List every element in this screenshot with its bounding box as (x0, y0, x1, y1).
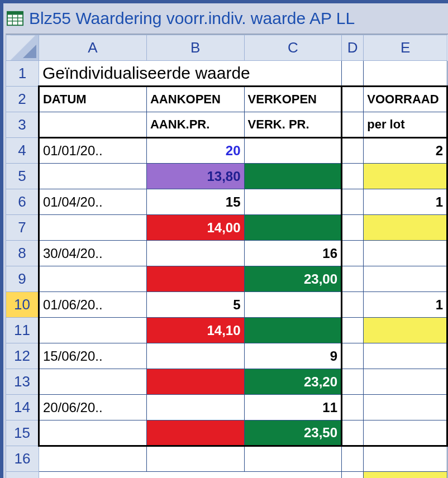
cell-d14[interactable] (342, 395, 364, 420)
row-header[interactable]: 16 (6, 446, 39, 472)
cell-e14[interactable] (364, 395, 447, 420)
cell-e12[interactable] (364, 343, 447, 369)
cell-a14[interactable]: 20/06/20.. (39, 395, 146, 420)
cell-b3[interactable]: AANK.PR. (146, 112, 244, 138)
cell-b14[interactable] (146, 395, 244, 420)
cell-a6[interactable]: 01/04/20.. (39, 189, 146, 215)
cell-b7[interactable]: 14,00 (146, 215, 244, 241)
cell-d16[interactable] (342, 446, 364, 472)
cell-e10[interactable]: 1 (364, 292, 447, 318)
cell-e16[interactable] (364, 446, 447, 472)
cell-c4[interactable] (244, 138, 342, 164)
cell-d11[interactable] (342, 318, 364, 343)
cell-b4[interactable]: 20 (146, 138, 244, 164)
cell-d2[interactable] (342, 87, 364, 112)
cell-e5[interactable] (364, 164, 447, 189)
row-header[interactable]: 7 (6, 215, 39, 241)
cell-a10[interactable]: 01/06/20.. (39, 292, 146, 318)
cell-d5[interactable] (342, 164, 364, 189)
cell-a9[interactable] (39, 266, 146, 292)
cell-b13[interactable] (146, 369, 244, 395)
cell-c5[interactable] (244, 164, 342, 189)
row-header[interactable]: 10 (6, 292, 39, 318)
cell-b5[interactable]: 13,80 (146, 164, 244, 189)
row-header[interactable]: 11 (6, 318, 39, 343)
cell-d12[interactable] (342, 343, 364, 369)
row-header[interactable]: 3 (6, 112, 39, 138)
cell-d4[interactable] (342, 138, 364, 164)
cell-c10[interactable] (244, 292, 342, 318)
cell-c13[interactable]: 23,20 (244, 369, 342, 395)
cell-b11[interactable]: 14,10 (146, 318, 244, 343)
cell-c8[interactable]: 16 (244, 241, 342, 266)
col-header-c[interactable]: C (244, 35, 342, 61)
col-header-b[interactable]: B (146, 35, 244, 61)
cell-a8[interactable]: 30/04/20.. (39, 241, 146, 266)
cell-a12[interactable]: 15/06/20.. (39, 343, 146, 369)
cell-e8[interactable] (364, 241, 447, 266)
cell-a15[interactable] (39, 420, 146, 446)
cell-e4[interactable]: 2 (364, 138, 447, 164)
row-header[interactable]: 1 (6, 61, 39, 87)
cell-c12[interactable]: 9 (244, 343, 342, 369)
cell-d7[interactable] (342, 215, 364, 241)
col-header-e[interactable]: E (364, 35, 447, 61)
cell-e13[interactable] (364, 369, 447, 395)
cell-e11[interactable] (364, 318, 447, 343)
row-header[interactable]: 6 (6, 189, 39, 215)
cell-e7[interactable] (364, 215, 447, 241)
cell-b16[interactable] (146, 446, 244, 472)
cell-a4[interactable]: 01/01/20.. (39, 138, 146, 164)
window-titlebar[interactable]: Blz55 Waardering voorr.indiv. waarde AP … (3, 3, 448, 34)
cell-a3[interactable] (39, 112, 146, 138)
cell-b6[interactable]: 15 (146, 189, 244, 215)
cell-e15[interactable] (364, 420, 447, 446)
cell-d10[interactable] (342, 292, 364, 318)
cell-a17[interactable]: Eindvoorraad en resultaat (39, 472, 341, 479)
cell-c3[interactable]: VERK. PR. (244, 112, 342, 138)
cell-a13[interactable] (39, 369, 146, 395)
row-header[interactable]: 17 (6, 472, 39, 479)
row-header[interactable]: 12 (6, 343, 39, 369)
cell-e2[interactable]: VOORRAAD (364, 87, 447, 112)
cell-d9[interactable] (342, 266, 364, 292)
cell-c9[interactable]: 23,00 (244, 266, 342, 292)
col-header-d[interactable]: D (342, 35, 364, 61)
row-header[interactable]: 15 (6, 420, 39, 446)
cell-d15[interactable] (342, 420, 364, 446)
cell-d1[interactable] (342, 61, 364, 87)
cell-a1[interactable]: Geïndividualiseerde waarde (39, 61, 341, 87)
cell-d17[interactable] (342, 472, 364, 479)
cell-b8[interactable] (146, 241, 244, 266)
cell-b10[interactable]: 5 (146, 292, 244, 318)
cell-e3[interactable]: per lot (364, 112, 447, 138)
row-header[interactable]: 4 (6, 138, 39, 164)
row-header[interactable]: 14 (6, 395, 39, 420)
cell-c15[interactable]: 23,50 (244, 420, 342, 446)
spreadsheet-grid[interactable]: A B C D E 1 Geïndividualiseerde waarde 2… (6, 34, 448, 478)
cell-e1[interactable] (364, 61, 447, 87)
row-header[interactable]: 5 (6, 164, 39, 189)
cell-e9[interactable] (364, 266, 447, 292)
col-header-a[interactable]: A (39, 35, 146, 61)
cell-d6[interactable] (342, 189, 364, 215)
cell-b12[interactable] (146, 343, 244, 369)
cell-b2[interactable]: AANKOPEN (146, 87, 244, 112)
cell-a5[interactable] (39, 164, 146, 189)
cell-c2[interactable]: VERKOPEN (244, 87, 342, 112)
cell-a11[interactable] (39, 318, 146, 343)
cell-d3[interactable] (342, 112, 364, 138)
row-header[interactable]: 2 (6, 87, 39, 112)
cell-a16[interactable] (39, 446, 146, 472)
row-header[interactable]: 8 (6, 241, 39, 266)
cell-b9[interactable] (146, 266, 244, 292)
cell-c7[interactable] (244, 215, 342, 241)
cell-e17[interactable]: 4 (364, 472, 447, 479)
cell-a7[interactable] (39, 215, 146, 241)
cell-a2[interactable]: DATUM (39, 87, 146, 112)
cell-c6[interactable] (244, 189, 342, 215)
cell-d13[interactable] (342, 369, 364, 395)
cell-b15[interactable] (146, 420, 244, 446)
cell-d8[interactable] (342, 241, 364, 266)
select-all-corner[interactable] (6, 35, 39, 61)
